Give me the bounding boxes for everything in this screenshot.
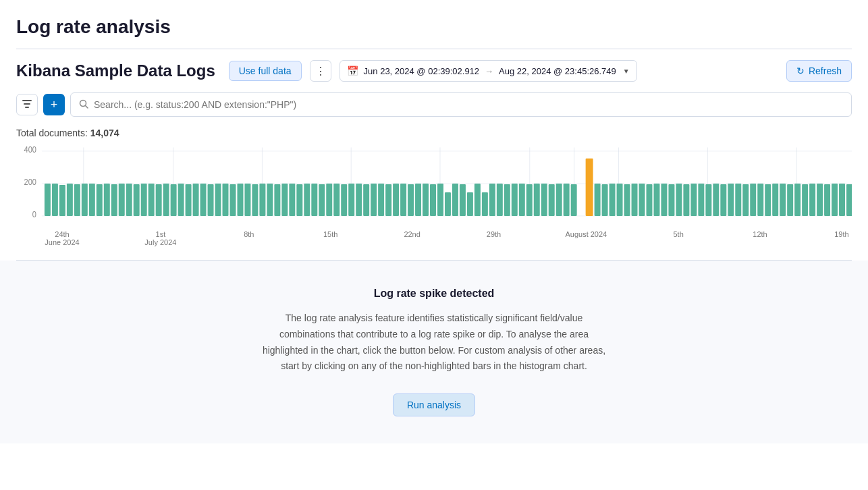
date-arrow: → bbox=[485, 66, 493, 76]
svg-rect-88 bbox=[541, 184, 547, 216]
svg-rect-48 bbox=[244, 184, 250, 216]
date-end: Aug 22, 2024 @ 23:45:26.749 bbox=[499, 66, 616, 76]
svg-rect-72 bbox=[423, 184, 429, 216]
svg-rect-90 bbox=[556, 184, 562, 216]
svg-rect-60 bbox=[333, 184, 340, 216]
svg-rect-35 bbox=[148, 184, 155, 216]
svg-rect-75 bbox=[445, 192, 451, 216]
svg-line-4 bbox=[86, 105, 88, 108]
svg-rect-68 bbox=[393, 184, 399, 216]
svg-text:200: 200 bbox=[24, 178, 36, 187]
histogram-chart[interactable]: 400 200 0 bbox=[16, 144, 852, 225]
svg-rect-36 bbox=[156, 184, 162, 216]
svg-rect-97 bbox=[617, 184, 623, 216]
svg-rect-78 bbox=[467, 192, 473, 216]
svg-rect-21 bbox=[45, 184, 51, 216]
svg-rect-39 bbox=[178, 184, 184, 216]
svg-rect-81 bbox=[489, 184, 495, 216]
svg-rect-118 bbox=[772, 184, 778, 216]
date-start: Jun 23, 2024 @ 02:39:02.912 bbox=[364, 66, 480, 76]
svg-rect-95 bbox=[602, 184, 608, 216]
chevron-down-icon: ▼ bbox=[623, 67, 630, 75]
filter-icon bbox=[22, 100, 32, 110]
refresh-icon: ↻ bbox=[796, 65, 805, 76]
svg-rect-116 bbox=[757, 184, 763, 216]
svg-rect-31 bbox=[119, 184, 125, 216]
svg-rect-64 bbox=[363, 184, 369, 216]
svg-rect-101 bbox=[646, 184, 652, 216]
svg-rect-85 bbox=[519, 184, 525, 216]
date-range-picker[interactable]: 📅 Jun 23, 2024 @ 02:39:02.912 → Aug 22, … bbox=[340, 60, 637, 82]
svg-rect-28 bbox=[97, 184, 103, 216]
x-label-jul29: 29th bbox=[484, 230, 504, 246]
svg-rect-127 bbox=[839, 184, 845, 216]
x-label-jul1: 1stJuly 2024 bbox=[144, 230, 178, 246]
svg-rect-1 bbox=[24, 103, 30, 105]
x-label-jun24: 24thJune 2024 bbox=[42, 230, 82, 246]
svg-rect-80 bbox=[482, 192, 488, 216]
run-analysis-button[interactable]: Run analysis bbox=[393, 393, 475, 416]
add-filter-button[interactable]: + bbox=[43, 94, 65, 115]
page-title: Log rate analysis bbox=[16, 16, 852, 38]
plus-icon: + bbox=[51, 98, 58, 112]
svg-rect-30 bbox=[111, 184, 117, 216]
svg-rect-44 bbox=[215, 184, 221, 216]
chart-container[interactable]: 400 200 0 bbox=[16, 144, 852, 225]
svg-rect-56 bbox=[304, 184, 310, 216]
svg-rect-110 bbox=[713, 184, 719, 216]
spike-description: The log rate analysis feature identifies… bbox=[259, 310, 609, 375]
more-options-button[interactable]: ⋮ bbox=[310, 60, 331, 82]
svg-rect-59 bbox=[326, 184, 332, 216]
svg-rect-73 bbox=[430, 184, 436, 216]
svg-rect-43 bbox=[208, 184, 214, 216]
svg-rect-33 bbox=[134, 184, 140, 216]
svg-rect-49 bbox=[252, 184, 258, 216]
spike-title: Log rate spike detected bbox=[0, 288, 868, 300]
svg-rect-123 bbox=[809, 184, 815, 216]
use-full-data-button[interactable]: Use full data bbox=[229, 61, 302, 81]
total-docs: Total documents: 14,074 bbox=[16, 128, 852, 138]
spike-section: Log rate spike detected The log rate ana… bbox=[0, 261, 868, 443]
svg-rect-109 bbox=[705, 184, 711, 216]
svg-rect-58 bbox=[319, 184, 325, 216]
x-label-aug: August 2024 bbox=[565, 230, 607, 246]
svg-rect-55 bbox=[296, 184, 302, 216]
svg-rect-45 bbox=[223, 184, 229, 216]
svg-rect-99 bbox=[632, 184, 638, 216]
svg-rect-40 bbox=[186, 184, 192, 216]
svg-rect-91 bbox=[564, 184, 570, 216]
search-input[interactable] bbox=[94, 99, 843, 110]
svg-rect-61 bbox=[341, 184, 347, 216]
svg-rect-119 bbox=[780, 184, 786, 216]
svg-rect-69 bbox=[400, 184, 406, 216]
svg-rect-23 bbox=[59, 185, 65, 216]
svg-rect-96 bbox=[609, 184, 616, 216]
svg-rect-63 bbox=[356, 184, 362, 216]
svg-rect-113 bbox=[735, 184, 741, 216]
svg-rect-27 bbox=[89, 184, 95, 216]
top-divider bbox=[16, 49, 852, 49]
svg-rect-103 bbox=[661, 184, 667, 216]
svg-rect-102 bbox=[653, 184, 659, 216]
refresh-button[interactable]: ↻ Refresh bbox=[786, 60, 852, 82]
svg-rect-93 bbox=[586, 159, 593, 216]
svg-rect-74 bbox=[437, 184, 443, 216]
svg-rect-125 bbox=[824, 184, 830, 216]
chart-x-labels: 24thJune 2024 1stJuly 2024 8th 15th 22nd… bbox=[16, 230, 852, 249]
svg-rect-65 bbox=[371, 184, 377, 216]
svg-rect-117 bbox=[765, 184, 771, 216]
x-label-jul15: 15th bbox=[321, 230, 341, 246]
svg-rect-54 bbox=[289, 184, 295, 216]
filter-button[interactable] bbox=[16, 94, 38, 115]
x-label-jul22: 22nd bbox=[402, 230, 423, 246]
x-label-aug5: 5th bbox=[668, 230, 688, 246]
svg-rect-51 bbox=[267, 184, 273, 216]
svg-rect-94 bbox=[595, 184, 601, 216]
svg-rect-2 bbox=[25, 107, 29, 108]
svg-rect-42 bbox=[200, 184, 207, 216]
search-bar[interactable] bbox=[70, 92, 852, 117]
refresh-label: Refresh bbox=[809, 65, 842, 76]
svg-rect-38 bbox=[171, 184, 177, 216]
svg-rect-122 bbox=[802, 184, 808, 216]
svg-rect-47 bbox=[237, 184, 243, 216]
